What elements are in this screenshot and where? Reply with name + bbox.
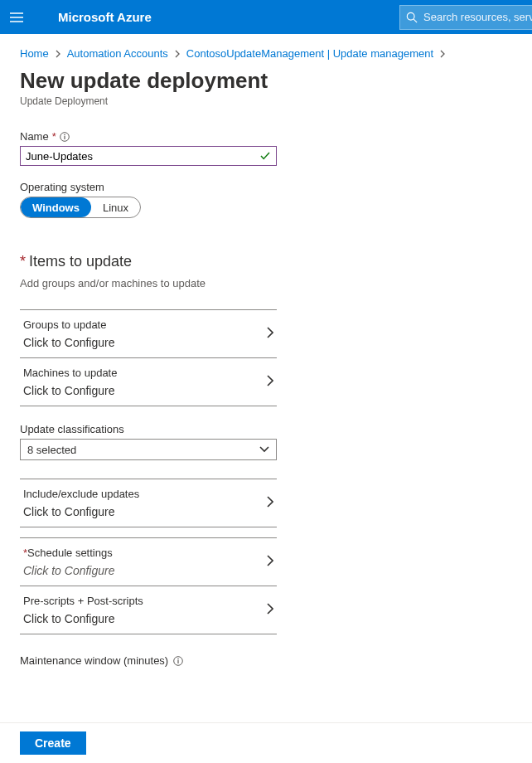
create-button[interactable]: Create (20, 731, 86, 755)
row-sub: Click to Configure (23, 612, 277, 625)
svg-line-1 (414, 19, 417, 22)
items-subheading: Add groups and/or machines to update (20, 277, 277, 289)
pre-post-scripts-row[interactable]: Pre-scripts + Post-scripts Click to Conf… (20, 586, 277, 634)
breadcrumb-home[interactable]: Home (20, 47, 49, 60)
svg-rect-4 (64, 136, 65, 139)
info-icon[interactable] (173, 656, 183, 666)
schedule-settings-row[interactable]: *Schedule settings Click to Configure (20, 538, 277, 586)
maintenance-window-text: Maintenance window (minutes) (20, 654, 168, 667)
search-icon (405, 12, 418, 23)
breadcrumb: Home Automation Accounts ContosoUpdateMa… (0, 34, 532, 66)
name-field[interactable] (20, 146, 277, 166)
include-exclude-row[interactable]: Include/exclude updates Click to Configu… (20, 479, 277, 527)
os-toggle: Windows Linux (20, 197, 141, 218)
form-area: Name * Operating system Windows Linux *I… (20, 130, 277, 667)
svg-point-3 (64, 134, 65, 135)
row-title-text: Schedule settings (27, 547, 113, 559)
machines-to-update-row[interactable]: Machines to update Click to Configure (20, 358, 277, 406)
name-input[interactable] (26, 150, 259, 163)
check-icon (259, 150, 271, 162)
page-title: New update deployment (20, 68, 512, 94)
os-option-windows[interactable]: Windows (21, 197, 91, 217)
row-title: Machines to update (23, 367, 277, 379)
chevron-right-icon (440, 50, 445, 58)
row-sub: Click to Configure (23, 505, 277, 518)
chevron-right-icon (175, 50, 180, 58)
row-title: Groups to update (23, 318, 277, 331)
page-subtitle: Update Deployment (20, 95, 512, 107)
classifications-select[interactable]: 8 selected (20, 439, 277, 460)
os-label: Operating system (20, 181, 277, 193)
items-heading: *Items to update (20, 253, 277, 270)
maintenance-window-label: Maintenance window (minutes) (20, 654, 277, 667)
chevron-right-icon (267, 603, 273, 615)
brand-label: Microsoft Azure (33, 10, 152, 24)
info-icon[interactable] (60, 132, 70, 142)
os-option-linux[interactable]: Linux (91, 197, 140, 217)
items-heading-text: Items to update (29, 253, 132, 270)
breadcrumb-automation-accounts[interactable]: Automation Accounts (67, 47, 168, 60)
chevron-right-icon (56, 50, 60, 58)
row-sub: Click to Configure (23, 336, 277, 349)
breadcrumb-update-management[interactable]: ContosoUpdateManagement | Update managem… (186, 47, 433, 60)
search-input[interactable] (423, 11, 532, 23)
svg-point-0 (407, 12, 414, 20)
global-search[interactable] (399, 5, 532, 30)
svg-point-6 (177, 658, 179, 659)
name-label-text: Name (20, 130, 49, 143)
classifications-label: Update classifications (20, 423, 277, 435)
main-content: New update deployment Update Deployment … (0, 68, 532, 667)
chevron-right-icon (267, 327, 273, 338)
azure-topbar: Microsoft Azure (0, 0, 532, 34)
chevron-down-icon (259, 446, 269, 453)
svg-rect-7 (178, 660, 179, 663)
name-label: Name * (20, 130, 277, 143)
chevron-right-icon (267, 375, 273, 386)
required-asterisk: * (20, 253, 26, 270)
row-sub: Click to Configure (23, 564, 277, 577)
groups-to-update-row[interactable]: Groups to update Click to Configure (20, 310, 277, 358)
required-asterisk: * (52, 130, 56, 143)
chevron-right-icon (267, 555, 273, 566)
classifications-value: 8 selected (27, 444, 76, 456)
menu-icon[interactable] (0, 1, 33, 34)
chevron-right-icon (267, 496, 273, 508)
bottom-toolbar: Create (0, 722, 532, 763)
row-title: Pre-scripts + Post-scripts (23, 595, 277, 607)
row-title: Include/exclude updates (23, 488, 277, 500)
row-title: *Schedule settings (23, 547, 277, 559)
row-sub: Click to Configure (23, 384, 277, 397)
